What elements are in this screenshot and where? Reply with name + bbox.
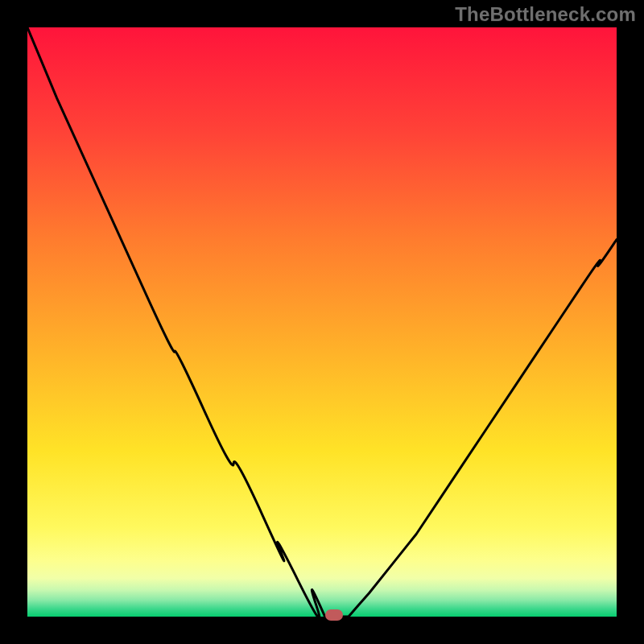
plot-area (27, 27, 617, 617)
optimal-marker (325, 609, 343, 621)
chart-svg (27, 27, 617, 617)
watermark-text: TheBottleneck.com (455, 3, 636, 26)
plot-background (27, 27, 617, 617)
chart-frame: TheBottleneck.com (0, 0, 644, 644)
